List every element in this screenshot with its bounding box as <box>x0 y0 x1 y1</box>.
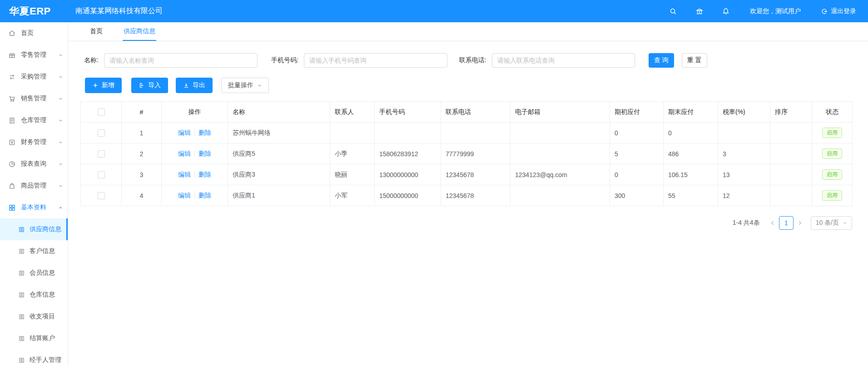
column-header-contact: 联系人 <box>330 102 375 123</box>
sidebar-item-retail[interactable]: 零售管理 <box>0 44 68 66</box>
row-checkbox[interactable] <box>98 129 105 137</box>
cell-contact: 小军 <box>330 185 375 206</box>
add-button[interactable]: 新增 <box>85 78 122 93</box>
chevron-down-icon <box>58 53 63 58</box>
prev-page-icon[interactable] <box>770 220 775 226</box>
sidebar-subitem-handler[interactable]: 经手人管理 <box>0 349 68 366</box>
cell-tax-rate: 12 <box>718 185 770 206</box>
sidebar-subitem-label: 仓库信息 <box>30 291 55 299</box>
sidebar-item-home[interactable]: 首页 <box>0 22 68 44</box>
sidebar-item-label: 报表查询 <box>21 160 46 168</box>
tab-bar: 首页 供应商信息 <box>68 22 868 41</box>
export-button[interactable]: 导出 <box>176 78 213 93</box>
cell-name: 供应商1 <box>228 185 330 206</box>
edit-link[interactable]: 编辑 <box>178 150 191 157</box>
sidebar-item-sales[interactable]: 销售管理 <box>0 88 68 109</box>
search-icon[interactable] <box>669 7 677 15</box>
column-header-sort: 排序 <box>770 102 812 123</box>
sidebar-item-report[interactable]: 报表查询 <box>0 153 68 175</box>
cell-tel <box>441 123 511 143</box>
import-button[interactable]: 导入 <box>131 78 168 93</box>
delete-link[interactable]: 删除 <box>198 171 211 178</box>
batch-actions-dropdown[interactable]: 批量操作 <box>221 78 269 93</box>
delete-link[interactable]: 删除 <box>198 129 211 136</box>
list-icon <box>18 335 25 342</box>
divider <box>194 130 195 136</box>
phone-filter-label: 手机号码: <box>271 56 298 64</box>
list-icon <box>18 313 25 320</box>
list-icon <box>18 357 25 364</box>
select-all-checkbox[interactable] <box>98 109 105 116</box>
page-size-select[interactable]: 10 条/页 <box>811 216 852 230</box>
cell-email <box>511 185 610 206</box>
divider <box>194 151 195 157</box>
sidebar-subitem-warehouse-info[interactable]: 仓库信息 <box>0 284 68 306</box>
sidebar-item-goods[interactable]: 商品管理 <box>0 175 68 197</box>
header-actions: 欢迎您，测试用户 退出登录 <box>651 7 868 15</box>
status-badge: 启用 <box>822 190 842 200</box>
tab-home[interactable]: 首页 <box>89 22 104 41</box>
sidebar-item-label: 财务管理 <box>21 138 46 146</box>
page-number-button[interactable]: 1 <box>779 216 794 230</box>
cell-end-payable: 55 <box>664 185 718 206</box>
cell-email <box>511 123 610 143</box>
cell-phone: 15806283912 <box>375 143 441 164</box>
row-checkbox[interactable] <box>98 171 105 178</box>
row-checkbox[interactable] <box>98 192 105 199</box>
edit-link[interactable]: 编辑 <box>178 192 191 199</box>
sidebar-subitem-label: 客户信息 <box>30 247 55 255</box>
column-header-tel: 联系电话 <box>441 102 511 123</box>
retail-icon <box>8 51 16 59</box>
row-checkbox[interactable] <box>98 150 105 158</box>
sidebar-subitem-label: 收支项目 <box>30 312 55 321</box>
purchase-icon <box>8 73 16 81</box>
column-header-end-payable: 期末应付 <box>664 102 718 123</box>
table-header-row: # 操作 名称 联系人 手机号码 联系电话 电子邮箱 期初应付 期末应付 税率(… <box>81 102 853 123</box>
cell-phone: 13000000000 <box>375 164 441 185</box>
sidebar-item-label: 销售管理 <box>21 94 46 103</box>
column-header-tax-rate: 税率(%) <box>718 102 770 123</box>
sidebar-subitem-customer[interactable]: 客户信息 <box>0 240 68 262</box>
cell-end-payable: 486 <box>664 143 718 164</box>
phone-filter-input[interactable] <box>304 53 447 68</box>
reset-button[interactable]: 重 置 <box>682 53 707 68</box>
cell-phone <box>375 123 441 143</box>
sidebar-subitem-supplier[interactable]: 供应商信息 <box>0 218 68 240</box>
edit-link[interactable]: 编辑 <box>178 171 191 178</box>
chevron-down-icon <box>58 140 63 145</box>
cell-contact <box>330 123 375 143</box>
sidebar-item-purchase[interactable]: 采购管理 <box>0 66 68 88</box>
list-icon <box>18 226 25 233</box>
import-icon <box>139 82 145 89</box>
warehouse-icon <box>8 117 16 124</box>
chevron-down-icon <box>257 83 262 88</box>
tel-filter-input[interactable] <box>492 53 635 68</box>
cell-sort <box>770 143 812 164</box>
tab-supplier-info[interactable]: 供应商信息 <box>123 22 156 41</box>
bell-icon[interactable] <box>722 7 730 15</box>
column-header-name: 名称 <box>228 102 330 123</box>
logout-label: 退出登录 <box>831 7 856 15</box>
plus-icon <box>92 82 99 89</box>
list-icon <box>18 270 25 277</box>
sidebar-item-finance[interactable]: 财务管理 <box>0 131 68 153</box>
next-page-icon[interactable] <box>797 220 803 226</box>
sidebar-subitem-inout-item[interactable]: 收支项目 <box>0 306 68 327</box>
chevron-down-icon <box>58 118 63 123</box>
cell-end-payable: 106.15 <box>664 164 718 185</box>
sidebar-item-basedata[interactable]: 基本资料 <box>0 197 68 218</box>
name-filter-input[interactable] <box>104 53 258 68</box>
delete-link[interactable]: 删除 <box>198 150 211 157</box>
edit-link[interactable]: 编辑 <box>178 129 191 136</box>
sidebar-item-warehouse[interactable]: 仓库管理 <box>0 109 68 131</box>
logout-button[interactable]: 退出登录 <box>821 7 856 15</box>
column-header-num: # <box>122 102 162 123</box>
cell-sort <box>770 123 812 143</box>
cell-tel: 77779999 <box>441 143 511 164</box>
sidebar-subitem-settle-account[interactable]: 结算账户 <box>0 327 68 349</box>
search-button[interactable]: 查 询 <box>649 53 674 68</box>
platform-icon[interactable] <box>695 7 704 15</box>
sidebar-subitem-member[interactable]: 会员信息 <box>0 262 68 284</box>
divider <box>194 172 195 178</box>
delete-link[interactable]: 删除 <box>198 192 211 199</box>
